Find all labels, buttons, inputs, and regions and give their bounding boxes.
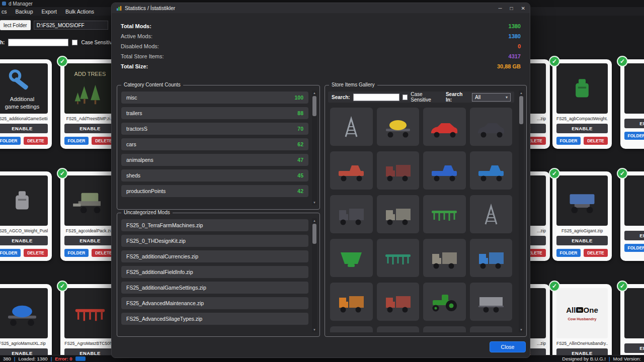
scroll-down-icon[interactable]: ▼	[519, 328, 524, 332]
scrollbar-thumb[interactable]	[312, 96, 316, 116]
category-box-title: Category Content Counts	[121, 82, 183, 87]
mod-thumbnail	[624, 288, 644, 338]
stats-list: Total Mods:1380Active Mods:1380Disabled …	[112, 13, 530, 71]
store-item-tile[interactable]	[377, 151, 420, 190]
statistics-icon	[116, 6, 122, 11]
stat-label: Total Mods:	[121, 23, 151, 29]
store-item-tile[interactable]	[470, 195, 513, 233]
store-item-tile[interactable]	[330, 151, 373, 190]
store-item-tile[interactable]	[470, 239, 513, 277]
scrollbar-thumb[interactable]	[519, 96, 523, 124]
mod-filename: FS25_agbCompactWeight...	[556, 116, 608, 121]
store-item-tile[interactable]	[470, 326, 513, 332]
close-icon[interactable]: ✕	[521, 6, 525, 11]
gallery-case-sensitive-checkbox[interactable]	[403, 95, 408, 100]
enable-button[interactable]: ENABLE	[64, 124, 116, 133]
chevron-down-icon: ▾	[506, 95, 508, 100]
store-item-tile[interactable]	[377, 239, 420, 277]
folder-button[interactable]: FOLDER	[0, 249, 21, 257]
gallery-search-input[interactable]	[353, 94, 399, 101]
uncategorized-mod-row: FS25_0_TerraFarmMachines.zip	[121, 219, 308, 231]
folder-button[interactable]: FOLDER	[556, 137, 581, 145]
store-item-tile[interactable]	[423, 195, 466, 233]
mod-thumbnail	[64, 288, 116, 338]
delete-button[interactable]: DELETE	[584, 249, 608, 257]
truck-icon	[474, 246, 508, 270]
folder-button[interactable]: FOLDER	[64, 137, 89, 145]
folder-button[interactable]: FOLDER	[624, 132, 644, 140]
store-item-tile[interactable]	[330, 239, 373, 277]
scroll-up-icon[interactable]: ▲	[312, 91, 317, 95]
store-item-tile[interactable]	[470, 283, 513, 321]
category-row: tractorsS70	[121, 123, 308, 135]
store-item-tile[interactable]	[470, 151, 513, 190]
enable-button[interactable]: ENABLE	[624, 343, 644, 353]
truck-icon	[335, 202, 368, 226]
implement-icon	[70, 299, 110, 327]
thumbnail-text: game settings	[5, 104, 39, 110]
mod-thumbnail	[556, 175, 608, 226]
store-item-tile[interactable]	[423, 108, 466, 146]
mod-zip-name: FS25_AdvancedMaintenance.zip	[126, 300, 204, 306]
minimize-button[interactable]: ─	[498, 6, 502, 11]
mod-card: ✓FS25_AGCO_Weight_Push...ENABLEFOLDERDEL…	[0, 171, 52, 261]
search-in-dropdown[interactable]: All ▾	[472, 93, 511, 102]
uncategorized-mod-row: FS25_AdvancedMaintenance.zip	[121, 297, 308, 309]
enable-button[interactable]: ENABLE	[0, 236, 48, 245]
scrollbar-thumb[interactable]	[312, 224, 316, 244]
store-item-tile[interactable]	[377, 195, 420, 233]
store-item-tile[interactable]	[377, 283, 420, 321]
enable-button[interactable]: ENABLE	[624, 119, 644, 128]
store-item-tile[interactable]	[377, 326, 420, 332]
folder-button[interactable]: FOLDER	[624, 244, 644, 252]
enable-button[interactable]: ENABLE	[556, 124, 608, 133]
category-count: 42	[297, 188, 303, 194]
store-item-tile[interactable]	[423, 326, 466, 332]
store-item-tile[interactable]	[330, 283, 373, 321]
status-check-icon: ✓	[549, 168, 560, 179]
enable-button[interactable]: ENABLE	[624, 231, 644, 240]
category-name: productionPoints	[126, 188, 166, 194]
maximize-button[interactable]: □	[510, 6, 513, 11]
folder-button[interactable]: FOLDER	[0, 137, 21, 145]
sprayer-icon	[2, 299, 42, 327]
stat-value: 1380	[509, 23, 521, 29]
statistics-dialog: Statistics / İstatistikler ─ □ ✕ Total M…	[111, 3, 530, 358]
weight-icon	[2, 187, 42, 215]
gallery-scrollbar[interactable]: ▲ ▼	[519, 90, 524, 332]
category-scrollbar[interactable]: ▲ ▼	[312, 90, 317, 205]
store-item-tile[interactable]	[330, 326, 373, 332]
folder-button[interactable]: FOLDER	[64, 249, 89, 257]
stat-row: Total Mods:1380	[121, 21, 521, 31]
thumbnail-text: ADD TREES	[74, 71, 106, 77]
scroll-up-icon[interactable]: ▲	[519, 91, 524, 95]
category-count: 88	[297, 110, 303, 116]
store-item-tile[interactable]	[470, 108, 513, 146]
store-item-tile[interactable]	[423, 239, 466, 277]
uncategorized-scrollbar[interactable]: ▲ ▼	[312, 218, 317, 332]
stat-row: Active Mods:1380	[121, 31, 521, 41]
status-check-icon: ✓	[57, 168, 68, 179]
store-item-tile[interactable]	[330, 108, 373, 146]
store-item-tile[interactable]	[330, 195, 373, 233]
gallery-case-sensitive-label: Case Sensitive	[411, 92, 443, 103]
scroll-up-icon[interactable]: ▲	[312, 219, 317, 223]
delete-button[interactable]: DELETE	[24, 137, 48, 145]
folder-button[interactable]: FOLDER	[556, 249, 581, 257]
delete-button[interactable]: DELETE	[584, 137, 608, 145]
category-row: animalpens47	[121, 154, 308, 166]
scroll-down-icon[interactable]: ▼	[312, 328, 317, 332]
enable-button[interactable]: ENABLE	[64, 236, 116, 245]
store-item-tile[interactable]	[423, 283, 466, 321]
store-item-tile[interactable]	[377, 108, 420, 146]
delete-button[interactable]: DELETE	[24, 249, 48, 257]
close-button[interactable]: Close	[490, 341, 526, 352]
scroll-down-icon[interactable]: ▼	[312, 201, 317, 205]
mod-filename: FS25_agrioMamutXL.zip	[0, 341, 48, 346]
enable-button[interactable]: ENABLE	[0, 124, 48, 133]
enable-button[interactable]: ENABLE	[556, 236, 608, 245]
status-check-icon: ✓	[549, 56, 560, 67]
truck-icon	[381, 290, 415, 314]
store-item-tile[interactable]	[423, 151, 466, 190]
mod-thumbnail	[64, 175, 116, 226]
